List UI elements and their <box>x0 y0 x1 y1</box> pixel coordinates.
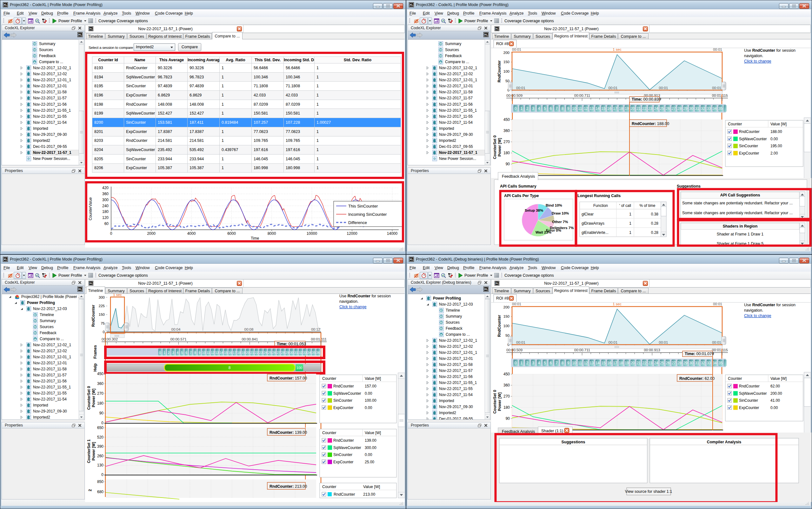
svg-text:00:00.841: 00:00.841 <box>242 337 258 341</box>
svg-text:0: 0 <box>101 421 103 425</box>
svg-text:00:00.509: 00:00.509 <box>506 94 522 97</box>
svg-text:00:12: 00:12 <box>311 328 320 331</box>
svg-text:213.00: 213.00 <box>363 492 375 497</box>
svg-text:22: 22 <box>642 106 647 111</box>
svg-text:API Call Suggestions: API Call Suggestions <box>720 193 760 197</box>
svg-text:SqWaveCounter: SqWaveCounter <box>333 445 361 450</box>
svg-text:23: 23 <box>648 106 653 111</box>
svg-text:Value [W]: Value [W] <box>770 376 787 381</box>
svg-text:Value [W]: Value [W] <box>770 122 787 126</box>
svg-text:200.00: 200.00 <box>770 391 782 396</box>
svg-text:7: 7 <box>555 361 558 365</box>
svg-text:23: 23 <box>648 361 653 365</box>
svg-text:10: 10 <box>202 351 206 354</box>
svg-text:180: 180 <box>97 401 103 406</box>
svg-text:8: 8 <box>229 366 231 370</box>
svg-text:Frames: Frames <box>93 345 97 359</box>
svg-text:RndCounter: 157.00: RndCounter: 157.00 <box>270 376 307 380</box>
svg-text:00:01: 00:01 <box>512 47 521 52</box>
svg-text:450: 450 <box>503 372 510 376</box>
svg-text:41.00: 41.00 <box>770 398 780 403</box>
svg-text:00:00.571: 00:00.571 <box>170 337 186 341</box>
svg-text:RndCounter: 62.00: RndCounter: 62.00 <box>679 376 715 381</box>
svg-text:29: 29 <box>683 361 687 365</box>
svg-text:2.00: 2.00 <box>770 151 778 156</box>
svg-text:35: 35 <box>718 361 723 365</box>
svg-text:0.38: 0.38 <box>651 212 659 216</box>
svg-text:00:01: 00:01 <box>659 86 668 90</box>
svg-text:0: 0 <box>101 473 103 477</box>
svg-text:26: 26 <box>666 361 670 365</box>
svg-text:200: 200 <box>503 305 509 309</box>
svg-text:188.00: 188.00 <box>770 130 782 134</box>
svg-text:8: 8 <box>561 106 564 111</box>
svg-text:18: 18 <box>237 351 241 354</box>
svg-text:3: 3 <box>532 106 534 111</box>
svg-text:30: 30 <box>689 361 693 365</box>
svg-text:22: 22 <box>642 361 647 365</box>
svg-text:13: 13 <box>589 361 594 365</box>
svg-text:34: 34 <box>713 106 717 111</box>
svg-text:Shader (1:1): Shader (1:1) <box>541 429 563 433</box>
svg-text:RndCounter: RndCounter <box>91 305 96 327</box>
svg-text:Some state changes are potenti: Some state changes are potentialy redund… <box>682 211 792 215</box>
svg-text:RndCounter: 213.00: RndCounter: 213.00 <box>270 484 307 489</box>
svg-text:4: 4 <box>176 351 178 354</box>
svg-text:9: 9 <box>567 106 570 111</box>
svg-text:00:01: 00:01 <box>659 340 668 344</box>
svg-text:12: 12 <box>584 106 588 111</box>
svg-text:API Calls Per Type: API Calls Per Type <box>504 194 539 198</box>
svg-text:19: 19 <box>625 361 629 365</box>
svg-text:11: 11 <box>578 361 582 365</box>
svg-text:Value [W]: Value [W] <box>365 376 381 381</box>
svg-text:RndCounter: 139.00: RndCounter: 139.00 <box>270 430 307 435</box>
svg-text:21: 21 <box>637 106 641 111</box>
svg-text:16: 16 <box>228 351 232 354</box>
svg-text:17: 17 <box>233 351 236 354</box>
svg-text:360: 360 <box>97 381 103 386</box>
svg-text:00:04: 00:04 <box>171 328 181 331</box>
svg-text:19: 19 <box>625 106 629 111</box>
svg-text:ExpCounter: ExpCounter <box>739 406 759 410</box>
svg-text:23: 23 <box>259 351 263 354</box>
svg-text:00:01: 00:01 <box>609 86 618 90</box>
svg-text:850: 850 <box>97 479 103 484</box>
svg-text:7: 7 <box>190 351 192 354</box>
svg-text:360: 360 <box>503 383 510 387</box>
svg-text:25.00: 25.00 <box>365 460 374 464</box>
svg-text:1: 1 <box>164 351 165 354</box>
svg-text:Click to change: Click to change <box>744 313 771 318</box>
svg-text:24: 24 <box>264 351 267 354</box>
svg-text:2: 2 <box>526 106 529 111</box>
svg-text:RndCounter: 188.00: RndCounter: 188.00 <box>632 122 669 126</box>
svg-text:SinCounter: SinCounter <box>739 144 758 148</box>
svg-text:15: 15 <box>224 351 228 354</box>
svg-text:00:01: 00:01 <box>713 302 722 306</box>
svg-text:90: 90 <box>506 416 510 421</box>
svg-text:32: 32 <box>299 351 303 354</box>
svg-text:10: 10 <box>572 361 576 365</box>
svg-text:00:01: 00:01 <box>516 340 526 344</box>
svg-text:2: 2 <box>526 361 529 365</box>
svg-text:Power [W]: Power [W] <box>92 442 96 461</box>
svg-text:CounterSet 0: CounterSet 0 <box>493 135 497 159</box>
svg-text:19: 19 <box>242 351 245 354</box>
svg-text:glDrawArrays: glDrawArrays <box>581 221 604 226</box>
svg-text:CounterSet 0: CounterSet 0 <box>493 390 497 413</box>
svg-text:SinCounter: SinCounter <box>333 452 352 457</box>
svg-text:25: 25 <box>660 106 665 111</box>
svg-text:Counter: Counter <box>322 484 336 489</box>
svg-text:SqWaveCounter: SqWaveCounter <box>739 391 767 396</box>
svg-text:18: 18 <box>619 106 623 111</box>
svg-text:1: 1 <box>520 361 522 365</box>
svg-text:Compiler Analysis: Compiler Analysis <box>707 440 742 444</box>
svg-text:9: 9 <box>199 351 201 354</box>
svg-text:180: 180 <box>503 405 510 410</box>
svg-text:300.00: 300.00 <box>365 445 376 450</box>
svg-text:Function: Function <box>593 203 608 208</box>
svg-text:RndCounter: RndCounter <box>739 384 759 388</box>
svg-text:Power [W]: Power [W] <box>498 138 502 157</box>
svg-text:Counter: Counter <box>322 376 336 381</box>
svg-text:Draw 10%: Draw 10% <box>552 211 569 215</box>
svg-text:27: 27 <box>277 351 281 354</box>
